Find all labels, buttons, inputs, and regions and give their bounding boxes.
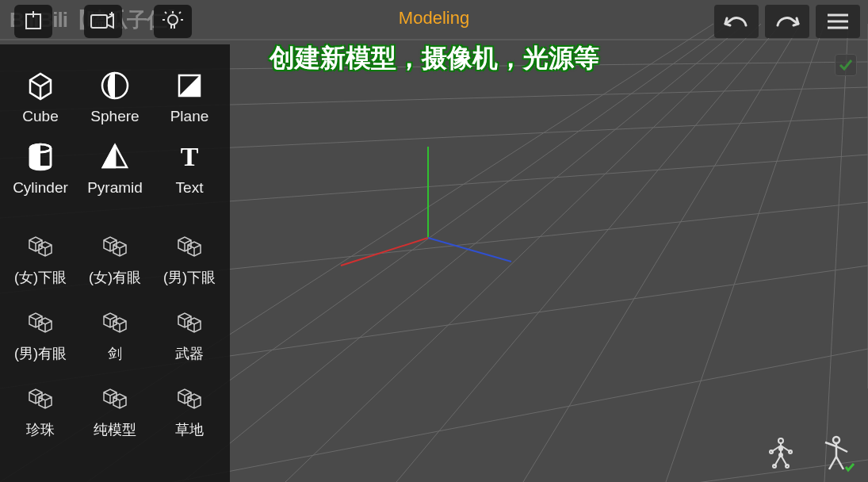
svg-line-4: [396, 24, 781, 482]
primitive-pyramid[interactable]: Pyramid: [79, 140, 151, 197]
svg-point-57: [833, 437, 839, 443]
preset-label: (女)下眼: [14, 268, 67, 287]
primitive-sphere[interactable]: Sphere: [79, 68, 151, 125]
toggle-checkbox[interactable]: [835, 54, 857, 76]
sphere-icon: [98, 68, 132, 103]
svg-text:T: T: [181, 142, 199, 171]
preset-item[interactable]: (女)有眼: [79, 228, 151, 287]
preset-label: 武器: [175, 344, 204, 363]
preset-cubes-icon: [174, 381, 205, 415]
mode-title: Modeling: [399, 8, 469, 29]
svg-line-7: [824, 24, 848, 482]
preset-cubes-icon: [99, 304, 131, 339]
preset-item[interactable]: (女)下眼: [5, 228, 76, 287]
svg-line-60: [836, 446, 847, 452]
preset-label: 剑: [108, 344, 122, 363]
primitive-label: Text: [176, 179, 204, 197]
primitive-cube[interactable]: Cube: [5, 68, 76, 125]
preset-label: 珍珠: [26, 420, 55, 439]
preset-item[interactable]: 纯模型: [79, 381, 151, 439]
cube-icon: [24, 68, 57, 103]
primitive-label: Plane: [170, 108, 209, 125]
svg-line-34: [179, 12, 181, 13]
preset-label: (男)有眼: [14, 344, 67, 363]
menu-button[interactable]: [816, 5, 860, 38]
svg-line-33: [165, 12, 166, 13]
rig-mode-button[interactable]: [760, 433, 801, 474]
cylinder-icon: [24, 140, 57, 174]
tutorial-caption: 创建新模型，摄像机，光源等: [270, 41, 599, 76]
preset-cubes-icon: [174, 228, 205, 263]
preset-cubes-icon: [99, 228, 131, 263]
preset-label: (女)有眼: [89, 268, 141, 287]
preset-label: (男)下眼: [163, 268, 216, 287]
redo-button[interactable]: [765, 5, 809, 38]
preset-label: 草地: [175, 420, 204, 439]
preset-cubes-icon: [174, 304, 205, 339]
svg-point-27: [168, 15, 178, 25]
primitive-label: Cylinder: [13, 179, 68, 197]
preset-item[interactable]: (男)有眼: [5, 304, 76, 363]
primitive-label: Cube: [22, 108, 58, 125]
primitives-sidebar: Cube Sphere Plane: [0, 44, 230, 482]
svg-line-61: [829, 457, 836, 469]
preset-item[interactable]: (男)下眼: [154, 228, 225, 287]
primitive-label: Pyramid: [87, 179, 143, 197]
undo-button[interactable]: [714, 5, 759, 38]
text-icon: T: [173, 140, 206, 174]
preset-cubes-icon: [99, 381, 131, 415]
preset-label: 纯模型: [94, 420, 136, 439]
primitive-text[interactable]: T Text: [154, 140, 225, 197]
primitive-label: Sphere: [90, 108, 139, 125]
svg-point-45: [778, 438, 783, 443]
preset-item[interactable]: 草地: [154, 381, 225, 439]
preset-item[interactable]: 剑: [79, 304, 151, 363]
preset-item[interactable]: 武器: [154, 304, 225, 363]
add-primitive-tool[interactable]: [14, 5, 52, 38]
preset-item[interactable]: 珍珠: [5, 381, 76, 439]
preset-cubes-icon: [25, 228, 56, 263]
svg-line-20: [428, 238, 511, 262]
preset-cubes-icon: [25, 381, 56, 415]
svg-rect-24: [91, 15, 107, 28]
primitive-cylinder[interactable]: Cylinder: [5, 140, 76, 197]
primitive-plane[interactable]: Plane: [154, 68, 225, 125]
pose-mode-button[interactable]: [816, 433, 857, 474]
preset-cubes-icon: [25, 304, 56, 339]
light-tool[interactable]: [154, 5, 192, 38]
plane-icon: [173, 68, 206, 103]
camera-tool[interactable]: [84, 5, 122, 38]
svg-line-19: [341, 238, 428, 266]
pyramid-icon: [98, 140, 132, 174]
svg-line-62: [836, 457, 843, 469]
